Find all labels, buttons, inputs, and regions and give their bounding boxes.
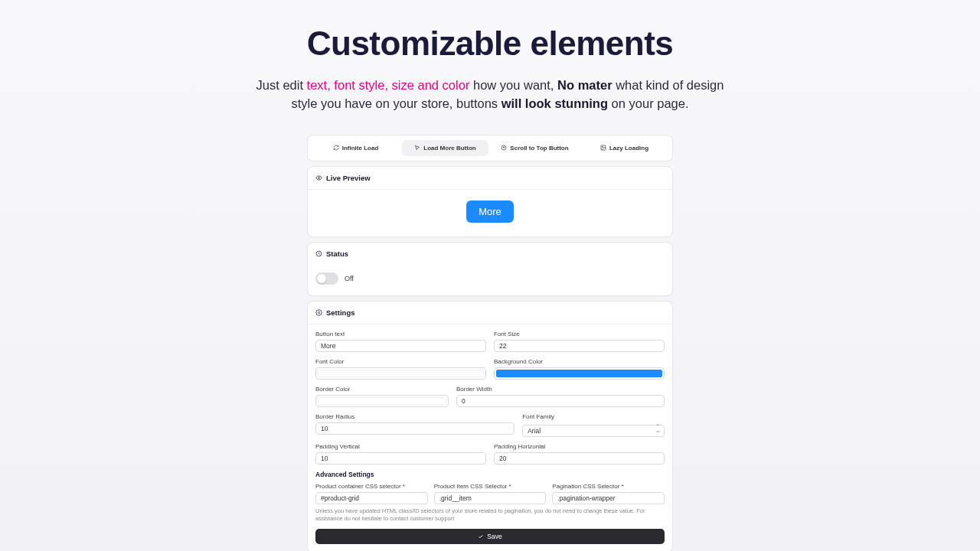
field-label: Background Color (494, 358, 665, 365)
check-icon (478, 533, 484, 540)
tabs-bar: Infinite Load Load More Button Scroll to… (307, 135, 673, 161)
product-item-selector-input[interactable] (434, 492, 547, 504)
hero-subtitle: Just edit text, font style, size and col… (245, 77, 735, 113)
status-card: Status Off (307, 242, 673, 296)
field-bg-color: Background Color (494, 358, 665, 380)
border-width-input[interactable] (456, 395, 665, 407)
field-label: Font Size (494, 331, 665, 337)
border-radius-input[interactable] (315, 422, 514, 435)
color-swatch (496, 370, 662, 377)
hero-sub-pre: Just edit (256, 78, 307, 92)
image-icon (600, 145, 606, 151)
field-product-item-selector: Product Item CSS Selector * (434, 483, 547, 504)
svg-point-3 (318, 177, 319, 178)
button-text-input[interactable] (315, 340, 486, 352)
field-label: Product Item CSS Selector * (434, 483, 547, 490)
field-font-size: Font Size (494, 331, 665, 352)
color-swatch (318, 370, 484, 377)
save-button[interactable]: Save (315, 529, 665, 544)
tab-label: Scroll to Top Button (510, 145, 568, 152)
live-preview-card: Live Preview More (307, 166, 673, 237)
field-label: Font Color (315, 358, 486, 365)
field-padding-vertical: Padding Vertical (315, 443, 486, 465)
field-label: Font Family (522, 413, 665, 420)
status-toggle[interactable] (315, 272, 338, 285)
status-value: Off (345, 275, 354, 282)
svg-point-5 (318, 311, 319, 313)
refresh-icon (333, 145, 339, 151)
tab-scroll-to-top[interactable]: Scroll to Top Button (492, 140, 578, 156)
padding-horizontal-input[interactable] (494, 452, 665, 465)
section-title: Live Preview (326, 174, 371, 182)
product-container-selector-input[interactable] (315, 492, 428, 504)
field-label: Padding Horizontal (494, 443, 665, 450)
section-title: Status (326, 249, 348, 258)
field-button-text: Button text (315, 331, 486, 352)
padding-vertical-input[interactable] (315, 452, 486, 465)
tab-infinite-load[interactable]: Infinite Load (312, 140, 399, 156)
live-preview-header: Live Preview (308, 167, 672, 190)
font-color-input[interactable] (315, 367, 486, 380)
field-label: Border Radius (315, 413, 514, 420)
field-border-radius: Border Radius (315, 413, 514, 437)
field-border-width: Border Width (456, 386, 665, 407)
field-label: Pagination CSS Selector * (552, 483, 665, 490)
page: Customizable elements Just edit text, fo… (0, 0, 980, 551)
settings-header: Settings (308, 302, 672, 324)
hero-sub-bold2: will look stunning (501, 96, 608, 110)
field-label: Product container CSS selector * (315, 483, 428, 490)
eye-icon (315, 174, 322, 181)
tab-label: Load More Button (423, 145, 475, 152)
field-font-family: Font Family ⌃⌄ (522, 413, 665, 437)
config-panel: Infinite Load Load More Button Scroll to… (307, 135, 673, 551)
tab-load-more-button[interactable]: Load More Button (402, 140, 488, 156)
tab-label: Lazy Loading (609, 145, 648, 152)
settings-body: Button text Font Size Font Color Backgro (308, 324, 672, 551)
cursor-icon (414, 145, 420, 151)
status-header: Status (308, 243, 672, 265)
field-border-color: Border Color (315, 386, 449, 407)
field-label: Button text (315, 331, 486, 337)
arrow-up-circle-icon (501, 145, 507, 151)
hero-sub-mid: how you want, (469, 78, 557, 92)
advanced-helper-text: Unless you have updated HTML class/ID se… (315, 507, 665, 523)
font-family-select[interactable] (522, 425, 665, 437)
field-product-container-selector: Product container CSS selector * (315, 483, 428, 504)
color-swatch (318, 397, 446, 405)
field-padding-horizontal: Padding Horizontal (494, 443, 665, 465)
save-label: Save (487, 533, 501, 540)
hero-title: Customizable elements (307, 24, 674, 63)
field-label: Padding Vertical (315, 443, 486, 450)
advanced-settings-title: Advanced Settings (315, 471, 665, 478)
preview-area: More (308, 190, 672, 236)
hero-sub-bold1: No mater (557, 78, 612, 92)
section-title: Settings (326, 308, 354, 317)
svg-point-2 (602, 147, 603, 148)
field-label: Border Width (456, 386, 665, 393)
preview-more-button[interactable]: More (466, 201, 514, 223)
status-row: Off (308, 265, 672, 295)
settings-card: Settings Button text Font Size Font Colo (307, 301, 673, 551)
pagination-selector-input[interactable] (552, 492, 665, 504)
tab-label: Infinite Load (342, 145, 379, 152)
tab-lazy-loading[interactable]: Lazy Loading (581, 140, 668, 156)
hero-sub-accent: text, font style, size and color (307, 78, 470, 92)
field-label: Border Color (315, 386, 449, 393)
hero-sub-end: on your page. (608, 96, 689, 110)
bg-color-input[interactable] (494, 367, 665, 380)
font-size-input[interactable] (494, 340, 665, 352)
field-pagination-selector: Pagination CSS Selector * (552, 483, 665, 504)
chevron-updown-icon: ⌃⌄ (655, 425, 661, 432)
gear-icon (315, 309, 322, 316)
status-icon (315, 250, 322, 257)
border-color-input[interactable] (315, 395, 449, 407)
field-font-color: Font Color (315, 358, 486, 380)
